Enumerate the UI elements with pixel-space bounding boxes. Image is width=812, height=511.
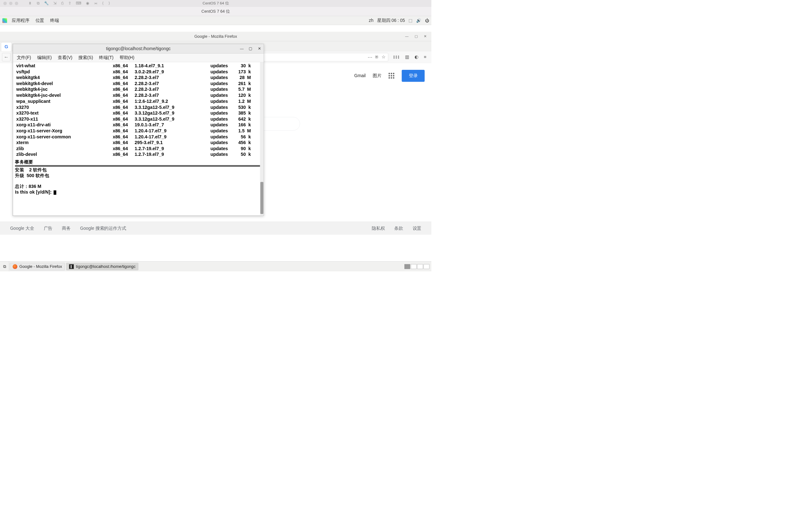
cursor: [54, 190, 56, 195]
terminal-icon: ▌: [69, 264, 74, 269]
bookmark-star-icon[interactable]: ☆: [382, 55, 385, 60]
close-button[interactable]: ✕: [424, 32, 427, 41]
terminal-window: tigongc@localhost:/home/tigongc — ▢ ✕ 文件…: [13, 44, 264, 216]
footer-ads[interactable]: 广告: [44, 225, 53, 232]
pause-icon[interactable]: ⏸: [28, 1, 32, 5]
back-icon[interactable]: ⟨: [102, 1, 104, 5]
login-button[interactable]: 登录: [402, 70, 425, 82]
zoom-dot[interactable]: [15, 2, 19, 5]
term-minimize-button[interactable]: —: [238, 44, 246, 54]
footer-privacy[interactable]: 隐私权: [372, 225, 385, 232]
gnome-taskbar: ⧉ Google - Mozilla Firefox ▌ tigongc@loc…: [0, 261, 431, 271]
footer-terms[interactable]: 条款: [394, 225, 403, 232]
term-maximize-button[interactable]: ▢: [246, 44, 255, 54]
menu-places[interactable]: 位置: [32, 18, 47, 24]
package-row: vsftpdx86_643.0.2-29.el7_9updates173 k: [15, 69, 262, 75]
volume-icon[interactable]: 🔊: [416, 18, 421, 23]
taskbar-firefox[interactable]: Google - Mozilla Firefox: [10, 263, 65, 270]
tab-google[interactable]: G: [1, 42, 12, 51]
package-row: zlib-develx86_641.2.7-19.el7_9updates 50…: [15, 152, 262, 158]
package-row: wpa_supplicantx86_641:2.6-12.el7_9.2upda…: [15, 99, 262, 104]
menu-terminal[interactable]: 终端(T): [96, 55, 116, 61]
scrollbar-thumb[interactable]: [260, 182, 264, 214]
terminal-scrollbar[interactable]: [260, 62, 264, 216]
network-icon[interactable]: ⬚: [409, 18, 412, 23]
wrench-icon[interactable]: 🔧: [44, 1, 49, 5]
clock[interactable]: 星期四 06 : 05: [377, 18, 405, 24]
footer-business[interactable]: 商务: [62, 225, 71, 232]
usb-icon[interactable]: ⫘: [94, 1, 98, 5]
keyboard-icon[interactable]: ⌨: [76, 1, 81, 5]
maximize-button[interactable]: ▢: [414, 32, 418, 41]
upgrade-line: 升级 500 软件包: [15, 173, 262, 179]
close-dot[interactable]: [3, 2, 7, 5]
package-row: x3270-textx86_643.3.12ga12-5.el7_9update…: [15, 110, 262, 116]
package-row: webkitgtk4-develx86_642.28.2-3.el7update…: [15, 81, 262, 87]
total-line: 总计：836 M: [15, 184, 262, 189]
install-line: 安装 2 软件包: [15, 167, 262, 173]
resize-icon[interactable]: ⇲: [53, 1, 56, 5]
package-row: xorg-x11-server-commonx86_641.20.4-17.el…: [15, 134, 262, 140]
show-desktop-button[interactable]: ⧉: [0, 262, 9, 271]
gnome-panel: 应用程序 位置 终端 zh 星期四 06 : 05 ⬚ 🔊 ⏻: [0, 16, 431, 25]
package-row: webkitgtk4-jscx86_642.28.2-3.el7updates5…: [15, 87, 262, 93]
menu-edit[interactable]: 编辑(E): [34, 55, 55, 61]
install-icon[interactable]: ⇪: [68, 1, 71, 5]
google-footer: Google 大全 广告 商务 Google 搜索的运作方式 隐私权 条款 设置: [0, 221, 431, 235]
account-icon[interactable]: ◐: [414, 55, 418, 60]
snapshot-icon[interactable]: ⧉: [37, 1, 40, 5]
vm-window-controls[interactable]: [3, 2, 19, 5]
taskbar-terminal-label: tigongc@localhost:/home/tigongc: [76, 264, 136, 269]
package-row: xorg-x11-server-Xorgx86_641.20.4-17.el7_…: [15, 128, 262, 134]
menu-applications[interactable]: 应用程序: [9, 18, 32, 24]
input-lang[interactable]: zh: [369, 18, 374, 23]
package-row: xtermx86_64295-3.el7_9.1updates456 k: [15, 140, 262, 146]
menu-view[interactable]: 查看(V): [55, 55, 76, 61]
sidebar-icon[interactable]: ▥: [405, 55, 409, 60]
menu-help[interactable]: 帮助(H): [116, 55, 137, 61]
nav-back-button[interactable]: ←: [2, 53, 10, 61]
firefox-icon: [13, 264, 18, 269]
minimize-button[interactable]: —: [405, 32, 409, 41]
package-row: virt-whatx86_641.18-4.el7_9.1updates 30 …: [15, 63, 262, 69]
menu-terminal[interactable]: 终端: [47, 18, 62, 24]
terminal-output[interactable]: virt-whatx86_641.18-4.el7_9.1updates 30 …: [13, 62, 264, 215]
camera-icon[interactable]: ◉: [86, 1, 89, 5]
footer-settings[interactable]: 设置: [413, 225, 422, 232]
gmail-link[interactable]: Gmail: [354, 73, 366, 78]
menu-icon[interactable]: ≡: [424, 55, 426, 60]
minimize-dot[interactable]: [9, 2, 13, 5]
vm-title: CentOS 7 64 位: [203, 1, 229, 6]
images-link[interactable]: 图片: [373, 73, 382, 79]
disk-icon[interactable]: ⎙: [61, 1, 63, 5]
power-icon[interactable]: ⏻: [425, 18, 429, 23]
term-close-button[interactable]: ✕: [255, 44, 264, 54]
activities-icon[interactable]: [2, 18, 7, 23]
package-row: webkitgtk4x86_642.28.2-3.el7updates 28 M: [15, 75, 262, 81]
firefox-titlebar: Google - Mozilla Firefox — ▢ ✕: [0, 32, 431, 41]
terminal-title-text: tigongc@localhost:/home/tigongc: [106, 46, 171, 51]
page-actions-icon[interactable]: ⋯: [368, 54, 373, 60]
taskbar-firefox-label: Google - Mozilla Firefox: [19, 264, 62, 269]
menu-file[interactable]: 文件(F): [13, 55, 34, 61]
package-row: x3270-x11x86_643.3.12ga12-5.el7_9updates…: [15, 116, 262, 122]
workspace-switcher[interactable]: [403, 264, 431, 269]
prompt-line[interactable]: Is this ok [y/d/N]:: [15, 189, 262, 195]
vm-host-titlebar: ⏸ ⧉ 🔧 ⇲ ⎙ ⇪ ⌨ ◉ ⫘ ⟨ ⟩ CentOS 7 64 位: [0, 0, 431, 7]
pocket-icon[interactable]: ⛨: [375, 55, 379, 59]
google-apps-icon[interactable]: [388, 73, 395, 79]
vm-toolbar-icons: ⏸ ⧉ 🔧 ⇲ ⎙ ⇪ ⌨ ◉ ⫘ ⟨ ⟩: [28, 1, 110, 5]
package-row: webkitgtk4-jsc-develx86_642.28.2-3.el7up…: [15, 92, 262, 99]
footer-how[interactable]: Google 搜索的运作方式: [80, 225, 126, 232]
package-row: zlibx86_641.2.7-19.el7_9updates 90 k: [15, 146, 262, 152]
taskbar-terminal[interactable]: ▌ tigongc@localhost:/home/tigongc: [66, 263, 138, 270]
google-favicon: G: [4, 44, 8, 50]
terminal-menubar[interactable]: 文件(F) 编辑(E) 查看(V) 搜索(S) 终端(T) 帮助(H): [13, 53, 264, 62]
footer-about[interactable]: Google 大全: [10, 225, 34, 232]
terminal-titlebar: tigongc@localhost:/home/tigongc — ▢ ✕: [13, 44, 264, 54]
package-row: xorg-x11-drv-atix86_6419.0.1-3.el7_7upda…: [15, 122, 262, 128]
firefox-title-text: Google - Mozilla Firefox: [195, 34, 237, 38]
library-icon[interactable]: ⫿⫿⫿: [393, 55, 400, 60]
fwd-icon[interactable]: ⟩: [109, 1, 110, 5]
menu-search[interactable]: 搜索(S): [76, 55, 96, 61]
